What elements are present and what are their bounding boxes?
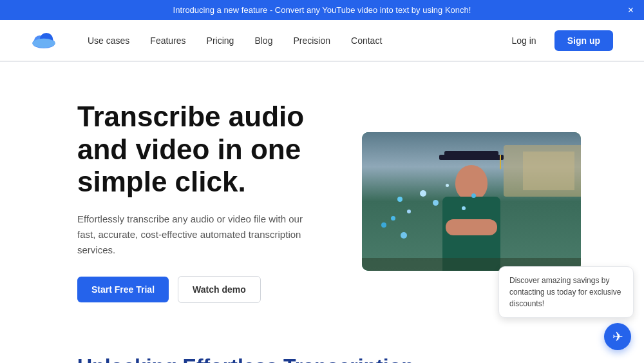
- nav-features[interactable]: Features: [150, 35, 185, 46]
- svg-point-3: [32, 38, 55, 47]
- nav-use-cases[interactable]: Use cases: [88, 35, 129, 46]
- nav-pricing[interactable]: Pricing: [207, 35, 234, 46]
- announcement-bar: Introducing a new feature - Convert any …: [0, 0, 644, 20]
- confetti-7: [381, 222, 386, 228]
- nav-links: Use cases Features Pricing Blog Precisio…: [88, 35, 502, 46]
- start-free-trial-button[interactable]: Start Free Trial: [77, 277, 169, 302]
- announcement-text: Introducing a new feature - Convert any …: [173, 5, 471, 15]
- logo[interactable]: [31, 32, 57, 50]
- person-hands: [446, 219, 497, 235]
- hero-image-area: [350, 132, 592, 271]
- hero-heading: Transcribe audio and video in one simple…: [77, 101, 319, 199]
- building-detail: [523, 152, 574, 190]
- announcement-close-button[interactable]: ×: [628, 5, 634, 15]
- confetti-9: [401, 232, 407, 239]
- confetti-3: [420, 190, 426, 197]
- graduation-cap-brim: [439, 155, 504, 160]
- hero-photo: [362, 132, 581, 271]
- chat-popup: Discover amazing savings by contacting u…: [498, 266, 634, 318]
- chat-icon-button[interactable]: ✈: [604, 323, 631, 350]
- hero-subtext: Effortlessly transcribe any audio or vid…: [77, 211, 319, 258]
- hero-content: Transcribe audio and video in one simple…: [77, 101, 319, 303]
- confetti-4: [391, 216, 395, 221]
- chat-send-icon: ✈: [612, 329, 623, 344]
- confetti-2: [407, 210, 411, 213]
- logo-icon: [31, 32, 57, 50]
- navigation: Use cases Features Pricing Blog Precisio…: [0, 20, 644, 61]
- chat-popup-text: Discover amazing savings by contacting u…: [509, 276, 621, 308]
- graduation-photo: [362, 132, 581, 271]
- nav-contact[interactable]: Contact: [351, 35, 382, 46]
- graduation-tassel: [500, 155, 501, 169]
- signup-button[interactable]: Sign up: [554, 30, 613, 51]
- watch-demo-button[interactable]: Watch demo: [178, 276, 261, 303]
- nav-precision[interactable]: Precision: [293, 35, 330, 46]
- login-button[interactable]: Log in: [502, 30, 547, 51]
- unlocking-heading: Unlocking Effortless Transcription: [77, 355, 567, 363]
- unlocking-section: Unlocking Effortless Transcription 📄 🎤 ❤…: [0, 329, 644, 363]
- nav-blog[interactable]: Blog: [254, 35, 272, 46]
- confetti-1: [397, 197, 402, 202]
- nav-actions: Log in Sign up: [502, 30, 613, 51]
- hero-buttons: Start Free Trial Watch demo: [77, 276, 319, 303]
- person-figure: [433, 148, 510, 271]
